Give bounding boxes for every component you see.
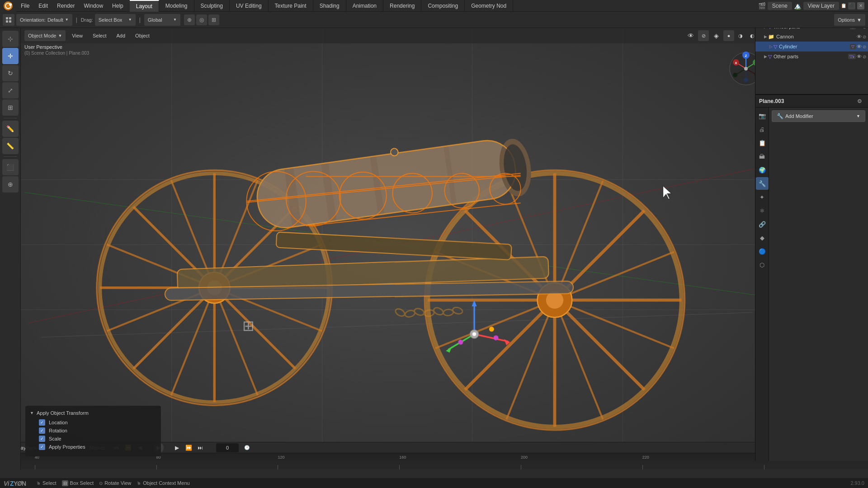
tool-move[interactable]: ✛ <box>2 48 19 64</box>
cylinder-render-icon[interactable]: ⊘ <box>863 44 866 49</box>
cannon-hide-icon[interactable]: ⊘ <box>863 34 866 39</box>
props-modifier-icon[interactable]: 🔧 <box>756 177 769 190</box>
options-btn[interactable]: Options ▼ <box>834 14 865 26</box>
tab-geometry[interactable]: Geometry Nod <box>465 0 513 12</box>
props-scene-icon[interactable]: 🏔 <box>756 150 769 163</box>
menu-help[interactable]: Help <box>108 0 128 12</box>
apply-transform-panel: ▼ Apply Object Transform ✓ Location ✓ Ro… <box>25 406 161 456</box>
drag-dropdown[interactable]: Select Box ▼ <box>95 14 136 26</box>
second-toolbar: Orientation: Default ▼ | Drag: Select Bo… <box>0 12 868 28</box>
tool-add-object[interactable]: ⊕ <box>2 176 19 192</box>
cylinder-icons: ▽ 👁 ⊘ <box>850 44 866 49</box>
tab-texture-paint[interactable]: Texture Paint <box>269 0 313 12</box>
cannon-expand[interactable]: ▶ <box>763 34 768 39</box>
scene-background <box>21 28 773 461</box>
props-physics-icon[interactable]: ⚛ <box>756 204 769 217</box>
xray-btn[interactable]: ◈ <box>711 30 722 41</box>
viewport-3d[interactable]: Object Mode ▼ View Select Add Object 👁 ⊘… <box>21 28 773 461</box>
rotation-checkbox[interactable]: ✓ <box>39 427 45 434</box>
material-shading-btn[interactable]: ◑ <box>735 30 746 41</box>
add-modifier-btn[interactable]: 🔧 Add Modifier ▼ <box>772 110 865 122</box>
pivot-dropdown[interactable]: Global ▼ <box>144 14 180 26</box>
tool-scale[interactable]: ⤢ <box>2 82 19 99</box>
tab-animation[interactable]: Animation <box>346 0 383 12</box>
object-mode-dropdown[interactable]: Object Mode ▼ <box>24 30 66 41</box>
apply-properties-checkbox[interactable]: ✓ <box>39 444 45 450</box>
mode-icon-btn[interactable] <box>3 14 14 26</box>
props-view-icon[interactable]: 📋 <box>756 136 769 149</box>
tool-annotate[interactable]: ✏️ <box>2 121 19 137</box>
transform-orientation[interactable]: Orientation: Default ▼ <box>16 14 72 26</box>
status-box-select: ⊟ Box Select <box>62 480 94 486</box>
label-120: 120 <box>278 455 284 460</box>
menu-file[interactable]: File <box>16 0 34 12</box>
tick-40 <box>35 465 35 469</box>
tab-modeling[interactable]: Modeling <box>159 0 194 12</box>
tool-rotate[interactable]: ↻ <box>2 65 19 81</box>
maximize-btn[interactable]: ⬛ <box>848 2 855 9</box>
tab-layout[interactable]: Layout <box>130 0 159 12</box>
proportional-btn[interactable]: ◎ <box>196 14 207 25</box>
tree-cannon[interactable]: ▶ 📁 Cannon 👁 ⊘ <box>755 32 868 42</box>
props-material-icon[interactable]: 🔵 <box>756 245 769 258</box>
tab-compositing[interactable]: Compositing <box>421 0 465 12</box>
props-output-icon[interactable]: 🖨 <box>756 123 769 136</box>
viewlayer-icon[interactable]: 📋 <box>841 3 846 8</box>
props-icons-strip: 📷 🖨 📋 🏔 🌍 🔧 ✦ ⚛ 🔗 ◆ 🔵 ⬡ <box>755 108 769 461</box>
tab-shading[interactable]: Shading <box>313 0 346 12</box>
cannon-eye-icon[interactable]: 👁 <box>857 34 862 39</box>
grid-btn[interactable]: ⊞ <box>208 14 219 25</box>
menu-render[interactable]: Render <box>52 0 79 12</box>
props-object-icon[interactable]: ⬡ <box>756 258 769 271</box>
mouse-right-icon: 🖱 <box>137 481 141 486</box>
snap-magnet-btn[interactable]: ⊕ <box>184 14 195 25</box>
props-data-icon[interactable]: ◆ <box>756 231 769 244</box>
props-settings-btn[interactable]: ⚙ <box>854 96 864 106</box>
apply-properties-label: Apply Properties <box>49 444 85 450</box>
add-menu[interactable]: Add <box>113 30 129 41</box>
next-frame-btn[interactable]: ⏩ <box>184 443 193 452</box>
cannon-icon: 📁 <box>768 34 774 40</box>
tool-add-cube[interactable]: ⬛ <box>2 159 19 175</box>
properties-section: Plane.003 ⚙ 📷 🖨 📋 🏔 🌍 🔧 ✦ ⚛ 🔗 ◆ 🔵 ⬡ <box>755 95 868 461</box>
scene-selector[interactable]: Scene <box>768 2 792 10</box>
current-frame-input[interactable]: 0 <box>216 443 239 452</box>
select-menu[interactable]: Select <box>89 30 110 41</box>
tool-transform[interactable]: ⊞ <box>2 99 19 116</box>
tool-select-cursor[interactable]: ⊹ <box>2 31 19 47</box>
cylinder-blend-icon[interactable]: ▽ <box>850 44 856 49</box>
viewlayer-selector[interactable]: View Layer <box>803 2 839 10</box>
object-menu[interactable]: Object <box>132 30 153 41</box>
next-keyframe-btn[interactable]: ▶ <box>172 443 182 452</box>
engine-dropdown[interactable]: 🎬 <box>758 2 766 9</box>
menu-window[interactable]: Window <box>79 0 108 12</box>
other-expand[interactable]: ▶ <box>763 54 768 59</box>
scale-checkbox[interactable]: ✓ <box>39 436 45 442</box>
tool-measure[interactable]: 📏 <box>2 138 19 154</box>
pivot-value: Global <box>148 17 162 23</box>
jump-end-btn[interactable]: ⏭ <box>195 443 205 452</box>
props-constraints-icon[interactable]: 🔗 <box>756 218 769 230</box>
location-checkbox[interactable]: ✓ <box>39 419 45 426</box>
other-eye-icon[interactable]: 👁 <box>857 54 862 59</box>
props-world-icon[interactable]: 🌍 <box>756 164 769 176</box>
tab-sculpting[interactable]: Sculpting <box>194 0 230 12</box>
props-particles-icon[interactable]: ✦ <box>756 191 769 203</box>
other-hide-icon[interactable]: ⊘ <box>863 54 866 59</box>
close-window-btn[interactable]: ✕ <box>857 2 864 9</box>
rotate-label: Rotate View <box>104 480 131 486</box>
view-menu[interactable]: View <box>68 30 86 41</box>
tab-rendering[interactable]: Rendering <box>383 0 421 12</box>
tab-uv-editing[interactable]: UV Editing <box>230 0 269 12</box>
solid-shading-btn[interactable]: ● <box>723 30 734 41</box>
tree-other-parts[interactable]: ▶ ▽ Other parts ▽₂ 👁 ⊘ <box>755 52 868 61</box>
overlay-btn[interactable]: ⊘ <box>698 30 709 41</box>
other-blend-icon[interactable]: ▽₂ <box>848 54 856 59</box>
props-render-icon[interactable]: 📷 <box>756 109 769 122</box>
tree-cylinder[interactable]: ▷ ▽ Cylinder ▽ 👁 ⊘ <box>755 42 868 52</box>
cylinder-expand[interactable]: ▷ <box>768 44 774 49</box>
menu-edit[interactable]: Edit <box>34 0 52 12</box>
cylinder-eye-icon[interactable]: 👁 <box>857 44 862 49</box>
panel-collapse-icon[interactable]: ▼ <box>30 411 34 415</box>
viewport-shading-icon[interactable]: 👁 <box>685 30 696 41</box>
